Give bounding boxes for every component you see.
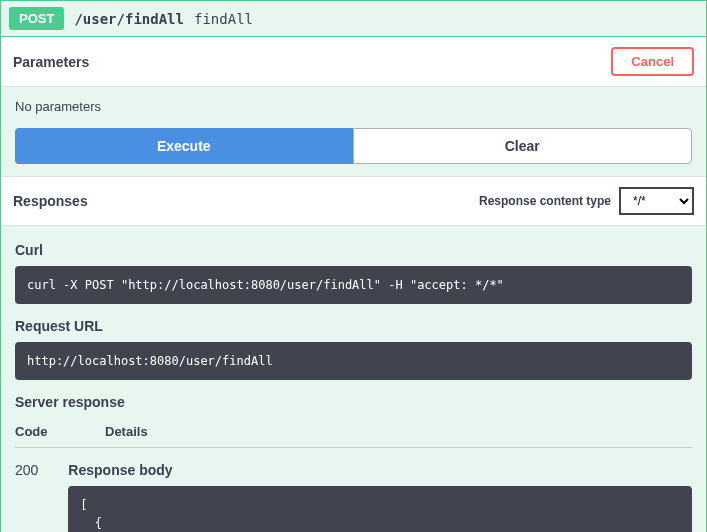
parameters-heading: Parameters — [13, 54, 89, 70]
method-badge: POST — [9, 7, 64, 30]
cancel-button[interactable]: Cancel — [611, 47, 694, 76]
curl-block[interactable]: curl -X POST "http://localhost:8080/user… — [15, 266, 692, 304]
responses-bar: Responses Response content type */* — [1, 176, 706, 226]
server-response-heading: Server response — [15, 394, 692, 410]
endpoint-path: /user/findAll — [74, 11, 184, 27]
request-url-heading: Request URL — [15, 318, 692, 334]
content-type-select[interactable]: */* — [619, 187, 694, 215]
response-body-heading: Response body — [68, 462, 692, 478]
execute-button[interactable]: Execute — [15, 128, 353, 164]
col-code-header: Code — [15, 424, 105, 439]
response-details: Response body [ { "id": 1, "name": "admi… — [68, 462, 692, 532]
operation-panel: Parameters Cancel No parameters Execute … — [0, 37, 707, 532]
responses-body: Curl curl -X POST "http://localhost:8080… — [1, 226, 706, 532]
response-row: 200 Response body [ { "id": 1, "name": "… — [15, 448, 692, 532]
clear-button[interactable]: Clear — [353, 128, 693, 164]
col-details-header: Details — [105, 424, 692, 439]
content-type-wrap: Response content type */* — [479, 187, 694, 215]
operation-header[interactable]: POST /user/findAll findAll — [0, 0, 707, 37]
status-code: 200 — [15, 462, 68, 532]
action-buttons: Execute Clear — [15, 128, 692, 164]
parameters-body: No parameters Execute Clear — [1, 87, 706, 176]
endpoint-summary: findAll — [194, 11, 253, 27]
request-url-block[interactable]: http://localhost:8080/user/findAll — [15, 342, 692, 380]
parameters-bar: Parameters Cancel — [1, 37, 706, 87]
response-body-block[interactable]: [ { "id": 1, "name": "admin", "password"… — [68, 486, 692, 532]
no-parameters-text: No parameters — [15, 99, 692, 114]
response-table-header: Code Details — [15, 418, 692, 448]
responses-heading: Responses — [13, 193, 88, 209]
content-type-label: Response content type — [479, 194, 611, 208]
curl-heading: Curl — [15, 242, 692, 258]
